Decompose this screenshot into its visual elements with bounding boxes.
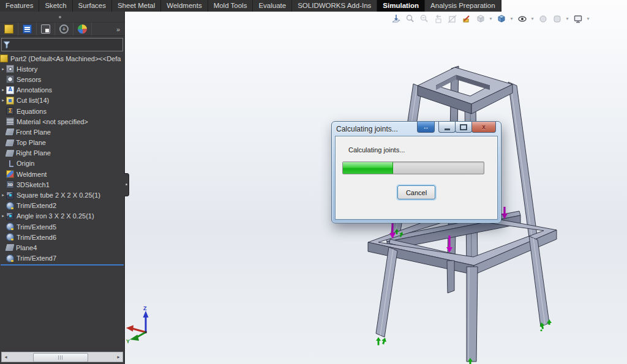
calculating-joints-dialog: Calculating joints... ↔ x Calculating jo…: [331, 121, 501, 223]
apply-scene-icon[interactable]: [551, 13, 563, 24]
rollback-bar[interactable]: [1, 264, 124, 266]
tree-item[interactable]: Equations: [0, 106, 124, 116]
tab-weldments[interactable]: Weldments: [161, 0, 208, 12]
trim-extend-icon: [6, 202, 14, 210]
scrollbar-thumb[interactable]: [33, 353, 88, 362]
tab-surfaces[interactable]: Surfaces: [73, 0, 112, 12]
tree-item[interactable]: Trim/Extend6: [0, 232, 124, 242]
tree-item[interactable]: Right Plane: [0, 148, 124, 158]
propertymanager-tab[interactable]: [18, 23, 37, 35]
zoom-to-area-icon[interactable]: [404, 13, 416, 24]
view-orientation-dropdown[interactable]: ▾: [489, 16, 493, 21]
zoom-to-fit-icon[interactable]: [390, 13, 402, 24]
sensors-icon: [6, 75, 14, 83]
featuremanager-tree-icon: [4, 24, 13, 34]
tree-item[interactable]: 3DSketch1: [0, 179, 124, 190]
tree-item[interactable]: Trim/Extend7: [0, 253, 124, 264]
expand-arrow-icon[interactable]: [0, 193, 6, 198]
tree-filter-input[interactable]: [10, 39, 122, 50]
part-icon: [0, 54, 8, 62]
progress-fill: [343, 162, 393, 174]
feature-tree-panel: » Part2 (Default<As Machined><<Defa Hist…: [0, 12, 125, 364]
close-button[interactable]: x: [471, 122, 496, 133]
tree-item-root[interactable]: Part2 (Default<As Machined><<Defa: [0, 53, 124, 64]
dialog-title: Calculating joints...: [336, 125, 398, 133]
progress-bar: [342, 162, 484, 174]
tree-item[interactable]: Material <not specified>: [0, 116, 124, 127]
dialog-swap-button[interactable]: ↔: [417, 122, 435, 133]
view-settings-icon[interactable]: [572, 13, 584, 24]
tab-solidworks-add-ins[interactable]: SOLIDWORKS Add-Ins: [292, 0, 377, 12]
tree-item[interactable]: Sensors: [0, 74, 124, 84]
plane-icon: [6, 128, 15, 135]
tree-item[interactable]: Trim/Extend5: [0, 221, 124, 232]
tab-features[interactable]: Features: [0, 0, 39, 12]
view-settings-dropdown[interactable]: ▾: [586, 16, 590, 21]
svg-text:Z: Z: [143, 305, 147, 311]
expand-arrow-icon[interactable]: [0, 67, 6, 72]
minimize-button[interactable]: [438, 122, 456, 133]
material-icon: [6, 117, 14, 125]
trim-extend-icon: [6, 254, 14, 262]
trim-extend-icon: [6, 223, 14, 231]
configurationmanager-tab[interactable]: [37, 23, 55, 35]
hide-show-items-icon[interactable]: [516, 13, 528, 24]
solidworks-window: Z X Y: [0, 0, 627, 364]
expand-arrow-icon[interactable]: [0, 98, 6, 103]
panel-collapse-handle[interactable]: [124, 173, 129, 196]
structural-member-icon: [6, 191, 14, 199]
tab-analysis-preparation[interactable]: Analysis Preparation: [425, 0, 501, 12]
manager-tabs: »: [0, 23, 124, 36]
maximize-button[interactable]: [455, 122, 472, 133]
structural-member-icon: [6, 212, 14, 220]
origin-icon: [6, 160, 14, 168]
display-style-icon[interactable]: [495, 13, 507, 24]
view-orientation-icon[interactable]: [475, 13, 486, 24]
tab-sketch[interactable]: Sketch: [39, 0, 72, 12]
tree-item[interactable]: History: [0, 64, 124, 74]
tree-horizontal-scrollbar: ◂ ▸: [1, 352, 123, 362]
dimxpertmanager-tab[interactable]: [55, 23, 73, 35]
propertymanager-icon: [23, 24, 32, 34]
tree-item[interactable]: Front Plane: [0, 127, 124, 137]
tree-item[interactable]: Angle iron 3 X 2 X 0.25(1): [0, 211, 124, 221]
dynamic-annotation-views-icon[interactable]: [460, 13, 472, 24]
tree-item[interactable]: Plane4: [0, 242, 124, 253]
tree-item[interactable]: Square tube 2 X 2 X 0.25(1): [0, 190, 124, 200]
apply-scene-dropdown[interactable]: ▾: [565, 16, 569, 21]
3dsketch-icon: [6, 180, 14, 188]
tab-mold-tools[interactable]: Mold Tools: [208, 0, 253, 12]
tree-item[interactable]: Top Plane: [0, 138, 124, 148]
featuremanager-tree-tab[interactable]: [0, 23, 18, 35]
display-style-dropdown[interactable]: ▾: [509, 16, 514, 21]
zoom-in-out-icon[interactable]: [418, 13, 430, 24]
cancel-button[interactable]: Cancel: [397, 185, 435, 199]
tab-sheet-metal[interactable]: Sheet Metal: [112, 0, 161, 12]
tree-item[interactable]: Cut list(14): [0, 95, 124, 106]
window-buttons: ↔ x: [418, 122, 496, 133]
edit-appearance-icon[interactable]: [537, 13, 549, 24]
scroll-left-arrow[interactable]: ◂: [2, 354, 10, 360]
previous-view-icon[interactable]: [432, 13, 444, 24]
panel-splitter[interactable]: [0, 12, 124, 23]
history-icon: [6, 65, 14, 73]
expand-arrow-icon[interactable]: [0, 87, 6, 92]
tree-filter: [1, 38, 123, 51]
tree-item[interactable]: Annotations: [0, 85, 124, 95]
hide-show-items-dropdown[interactable]: ▾: [530, 16, 535, 21]
tree-item[interactable]: Trim/Extend2: [0, 201, 124, 211]
displaymanager-tab[interactable]: [73, 23, 92, 35]
annotations-icon: [6, 86, 14, 94]
displaymanager-icon: [78, 24, 87, 34]
tree-item[interactable]: Origin: [0, 158, 124, 169]
plane-icon: [6, 244, 15, 251]
panel-chevron-icon[interactable]: »: [112, 26, 124, 33]
scroll-right-arrow[interactable]: ▸: [115, 354, 122, 360]
tree-item-label: Part2 (Default<As Machined><<Defa: [10, 55, 121, 62]
tab-simulation[interactable]: Simulation: [377, 0, 425, 12]
scrollbar-track[interactable]: [10, 353, 115, 361]
tree-item[interactable]: Weldment: [0, 169, 124, 179]
expand-arrow-icon[interactable]: [0, 214, 6, 218]
tab-evaluate[interactable]: Evaluate: [253, 0, 292, 12]
section-view-icon[interactable]: [446, 13, 458, 24]
